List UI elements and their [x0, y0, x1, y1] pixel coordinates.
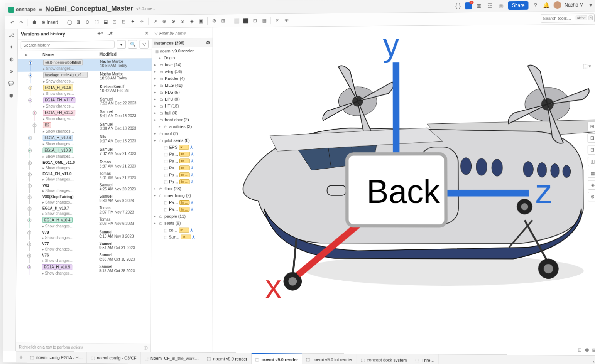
- side-tool-5[interactable]: ▦: [588, 169, 595, 178]
- version-row[interactable]: V77Show changes…Samuel9:51 AM Oct 31 202…: [17, 241, 151, 253]
- add-tab-icon[interactable]: +: [16, 354, 27, 361]
- rail-icon-3[interactable]: ◐: [7, 56, 15, 63]
- tool-icon-15[interactable]: ▣: [196, 17, 205, 25]
- document-tab[interactable]: ⬚Noemi-CF_in_the_work…: [140, 352, 203, 364]
- version-row[interactable]: EG1A_OML_v11.0Show changes…Tomas5:37 AM …: [17, 159, 151, 171]
- version-row[interactable]: EG1A_H_v10.5Show changes…Samuel8:18 AM O…: [16, 263, 151, 276]
- version-row[interactable]: EG1A_FH_v11.0Show changes…Samuel7:52 AM …: [17, 96, 151, 109]
- folder-item[interactable]: ▸🗀seats (9): [151, 220, 212, 227]
- chevron-icon[interactable]: ▸: [154, 97, 158, 101]
- branch-icon[interactable]: { }: [454, 2, 462, 10]
- tool-icon-22[interactable]: ⊡: [273, 16, 282, 25]
- info-icon[interactable]: ⓘ: [144, 345, 147, 351]
- avatar[interactable]: [554, 1, 561, 9]
- document-tab[interactable]: ⬚Thre…: [411, 354, 439, 364]
- version-row[interactable]: EG1A_FH_v11.2Show changes…Samuel5:41 AM …: [17, 109, 152, 122]
- rail-icon-6[interactable]: ⬢: [7, 92, 15, 99]
- tool-icon-3[interactable]: ⊙: [83, 18, 92, 26]
- folder-item[interactable]: ▸🗀auxiliries (3): [152, 123, 212, 130]
- tool-icon-13[interactable]: ⊘: [178, 17, 187, 25]
- instances-root[interactable]: ▦ noemi v9.0 render: [152, 47, 213, 55]
- chevron-icon[interactable]: ▸: [154, 138, 158, 142]
- document-tab[interactable]: ⬚noemi v9.0 int render: [302, 354, 357, 364]
- folder-item[interactable]: ▸🗀EPU (8): [152, 95, 212, 103]
- show-changes-link[interactable]: Show changes…: [42, 212, 74, 216]
- folder-item[interactable]: ▸🗀people (11): [151, 213, 212, 220]
- branch-indicator[interactable]: v9.0-noe…: [136, 6, 157, 11]
- side-tool-1[interactable]: ⊞: [587, 122, 595, 131]
- folder-item[interactable]: ▸🗀floor (28): [152, 185, 212, 192]
- version-row[interactable]: EG1A_H_v10.8Show changes…Kristian Kierul…: [17, 84, 151, 97]
- document-tab[interactable]: ⬚noemi v9.0 render: [203, 353, 252, 364]
- chevron-icon[interactable]: ▸: [154, 118, 158, 122]
- presence-icon[interactable]: [465, 2, 472, 9]
- chevron-icon[interactable]: ▸: [154, 131, 158, 135]
- version-filter-icon[interactable]: ▽: [139, 40, 149, 48]
- origin-item[interactable]: ▸ Origin: [152, 54, 213, 61]
- version-row[interactable]: B2Show changes…Samuel3:38 AM Dec 18 2023: [17, 121, 152, 135]
- version-graph-icon[interactable]: ⎇: [7, 31, 15, 39]
- tool-icon-18[interactable]: ⬜: [232, 16, 241, 25]
- insert-button[interactable]: ⊕ Insert: [39, 19, 61, 25]
- show-changes-link[interactable]: Show changes…: [43, 116, 74, 121]
- instances-list[interactable]: ▦ noemi v9.0 render ▸ Origin ▸🗀fuse (24)…: [151, 47, 212, 352]
- tool-icon-9[interactable]: ✧: [138, 17, 146, 25]
- version-row[interactable]: V78Show changes…Samuel6:10 AM Nov 3 2023: [17, 229, 151, 241]
- version-row[interactable]: EG1A_H_v10.9Show changes…Samuel7:32 AM N…: [17, 147, 151, 159]
- show-changes-link[interactable]: Show changes…: [43, 79, 74, 83]
- col-name[interactable]: Name: [42, 52, 99, 57]
- instances-header[interactable]: Instances (296) ⚙: [152, 38, 213, 48]
- folder-item[interactable]: ▸🗀HT (18): [152, 102, 212, 109]
- document-tab[interactable]: ⬚concept dock system: [357, 354, 411, 364]
- br-tool-3[interactable]: ⊞: [592, 347, 595, 353]
- show-changes-link[interactable]: Show changes…: [43, 66, 74, 71]
- version-search-icon[interactable]: 🔍: [128, 40, 137, 49]
- tool-icon-16[interactable]: ⚙: [210, 17, 218, 25]
- version-row[interactable]: V81Show changes…Samuel4:25 AM Nov 20 202…: [17, 182, 151, 194]
- branch-add-icon[interactable]: ⎇: [106, 30, 114, 37]
- show-changes-link[interactable]: Show changes…: [42, 189, 74, 193]
- side-tool-7[interactable]: ⊕: [588, 192, 595, 201]
- tool-icon-23[interactable]: 👁: [282, 16, 291, 24]
- version-row[interactable]: fuselage_redesign_v1…Show changes…Nacho …: [17, 71, 151, 84]
- version-row[interactable]: V76Show changes…Samuel8:55 AM Oct 30 202…: [16, 252, 151, 264]
- folder-item[interactable]: ▸🗀inner lining (2): [152, 192, 212, 199]
- show-changes-link[interactable]: Show changes…: [42, 177, 74, 181]
- show-changes-link[interactable]: Show changes…: [42, 258, 73, 263]
- show-changes-link[interactable]: Show changes…: [42, 224, 73, 228]
- col-modified[interactable]: Modified: [99, 52, 149, 57]
- tool-icon-17[interactable]: ⊞: [219, 17, 228, 25]
- axis-widget[interactable]: z y x Back: [205, 29, 592, 359]
- show-changes-link[interactable]: Show changes…: [42, 154, 74, 158]
- folder-item[interactable]: ▸🗀hull (4): [152, 109, 212, 116]
- version-row[interactable]: EG1A_H_v10.6Show changes…Nils9:07 AM Dec…: [17, 134, 151, 147]
- create-version-icon[interactable]: ✦⁺: [96, 30, 104, 37]
- grid-icon[interactable]: ▦: [475, 2, 483, 9]
- search-tools-input[interactable]: [543, 15, 575, 20]
- tab-scroll-left-icon[interactable]: ‹: [593, 359, 595, 364]
- folder-item[interactable]: ▸🗀fuse (24): [152, 61, 213, 68]
- side-tool-3[interactable]: ⊟: [588, 145, 595, 154]
- folder-item[interactable]: ▸🗀NLG (6): [152, 89, 212, 96]
- version-row[interactable]: EG1A_FH_v11.0Show changes…Tomas3:01 AM N…: [17, 170, 151, 182]
- show-changes-link[interactable]: Show changes…: [43, 91, 74, 96]
- folder-item[interactable]: ▸🗀pilot seats (8): [152, 137, 212, 144]
- document-tab[interactable]: ⬚noemi config - C3/CF: [87, 352, 140, 364]
- side-tool-4[interactable]: ◫: [588, 157, 595, 166]
- show-changes-link[interactable]: Show changes…: [42, 247, 73, 251]
- tool-icon-8[interactable]: ✦: [128, 17, 137, 26]
- folder-item[interactable]: ▸🗀wing (16): [152, 68, 213, 75]
- part-item[interactable]: ⬚Pa…In …⅄: [152, 164, 212, 171]
- side-tool-2[interactable]: ⊡: [587, 133, 595, 143]
- show-changes-link[interactable]: Show changes…: [42, 236, 73, 240]
- tool-icon-7[interactable]: ⊟: [120, 17, 128, 26]
- document-title[interactable]: NoEmi_Conceptual_Master: [45, 5, 133, 13]
- rail-icon-2[interactable]: ✦: [7, 43, 15, 51]
- assembly-icon[interactable]: ⬢: [30, 18, 39, 27]
- part-item[interactable]: ⬚Pa…In …⅄: [152, 178, 212, 185]
- menu-icon[interactable]: ≡: [39, 6, 42, 13]
- user-menu-chevron-icon[interactable]: ▾: [587, 1, 595, 8]
- chevron-icon[interactable]: ▸: [154, 77, 158, 81]
- version-row[interactable]: v9.0-noemi-wbothhullShow changes…Nacho M…: [18, 58, 152, 72]
- comments-icon[interactable]: 💬: [7, 80, 15, 88]
